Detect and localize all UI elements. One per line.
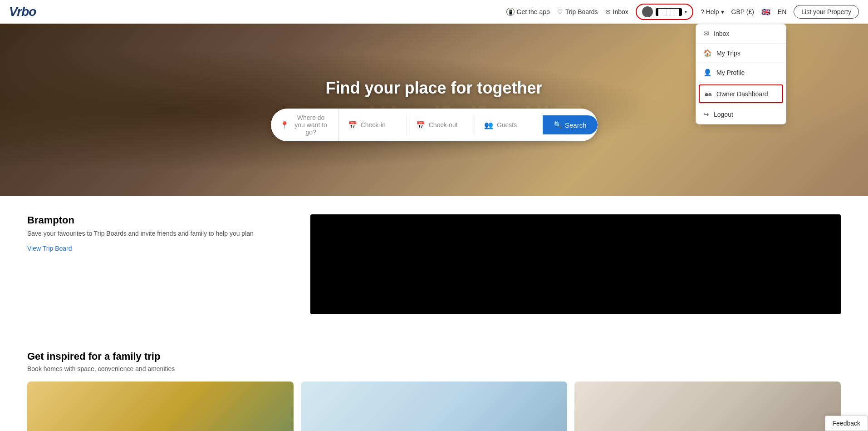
question-icon: ?: [701, 8, 704, 15]
hero-content: Find your place for together 📍 Where do …: [271, 79, 598, 141]
logout-icon: ↪: [703, 110, 709, 119]
brampton-title: Brampton: [27, 214, 292, 226]
dropdown-inbox-label: Inbox: [714, 30, 729, 37]
help-button[interactable]: ? Help ▾: [701, 8, 724, 15]
brampton-description: Save your favourites to Trip Boards and …: [27, 230, 292, 237]
search-button[interactable]: 🔍 Search: [543, 115, 598, 134]
dropdown-owner-dashboard-label: Owner Dashboard: [716, 90, 768, 98]
logo[interactable]: Vrbo: [9, 5, 36, 19]
get-app-label: Get the app: [517, 8, 550, 15]
trips-icon: 🏠: [703, 49, 712, 57]
avatar: [642, 6, 653, 17]
dropdown-logout[interactable]: ↪ Logout: [696, 105, 786, 124]
trip-boards-label: Trip Boards: [565, 8, 598, 15]
list-property-button[interactable]: List your Property: [794, 5, 859, 19]
profile-dropdown: ✉ Inbox 🏠 My Trips 👤 My Profile 🏘 Owner …: [696, 24, 786, 124]
checkin-field[interactable]: 📅 Check-in: [339, 115, 407, 135]
property-card-2[interactable]: [301, 381, 567, 431]
dropdown-my-profile[interactable]: 👤 My Profile: [696, 63, 786, 83]
profile-button[interactable]: █████ ▾: [636, 4, 693, 20]
family-description: Book homes with space, convenience and a…: [27, 365, 841, 372]
trip-boards-link[interactable]: ♡ Trip Boards: [557, 8, 598, 15]
location-icon: 📍: [280, 121, 289, 129]
dropdown-inbox[interactable]: ✉ Inbox: [696, 24, 786, 44]
header: Vrbo 📱 Get the app ♡ Trip Boards ✉ Inbox…: [0, 0, 868, 24]
dropdown-my-trips-label: My Trips: [716, 50, 740, 57]
family-title: Get inspired for a family trip: [27, 351, 841, 362]
chevron-down-icon: ▾: [685, 10, 687, 15]
checkout-placeholder: Check-out: [429, 121, 458, 129]
guests-icon: 👥: [484, 121, 493, 129]
property-card-3[interactable]: [574, 381, 841, 431]
get-app-link[interactable]: 📱 Get the app: [506, 8, 550, 16]
header-nav: 📱 Get the app ♡ Trip Boards ✉ Inbox ████…: [506, 4, 859, 20]
inbox-dropdown-icon: ✉: [703, 30, 709, 38]
dropdown-my-profile-label: My Profile: [716, 69, 745, 76]
dropdown-logout-label: Logout: [714, 111, 733, 118]
currency-button[interactable]: GBP (£): [731, 8, 754, 15]
location-field[interactable]: 📍 Where do you want to go?: [271, 109, 339, 141]
family-section: Get inspired for a family trip Book home…: [0, 332, 868, 431]
search-bar: 📍 Where do you want to go? 📅 Check-in 📅 …: [271, 109, 598, 141]
heart-icon: ♡: [557, 8, 563, 15]
brampton-text: Brampton Save your favourites to Trip Bo…: [27, 214, 292, 253]
profile-name: █████: [656, 8, 682, 16]
guests-field[interactable]: 👥 Guests: [475, 115, 543, 135]
help-chevron-icon: ▾: [721, 8, 724, 15]
view-trip-board-link[interactable]: View Trip Board: [27, 245, 72, 252]
mobile-icon: 📱: [506, 8, 515, 16]
property-cards: [27, 381, 841, 431]
checkin-placeholder: Check-in: [361, 121, 386, 129]
help-label: Help: [706, 8, 719, 15]
search-icon: 🔍: [554, 121, 562, 129]
calendar-checkout-icon: 📅: [416, 121, 425, 129]
inbox-label: Inbox: [613, 8, 628, 15]
dropdown-my-trips[interactable]: 🏠 My Trips: [696, 44, 786, 63]
language-label: EN: [778, 8, 786, 15]
hero-title: Find your place for together: [271, 79, 598, 98]
search-btn-label: Search: [565, 121, 587, 129]
flag-icon: 🇬🇧: [761, 8, 770, 16]
calendar-checkin-icon: 📅: [348, 121, 357, 129]
location-placeholder: Where do you want to go?: [293, 114, 329, 136]
inbox-link[interactable]: ✉ Inbox: [605, 8, 628, 15]
checkout-field[interactable]: 📅 Check-out: [407, 115, 475, 135]
feedback-button[interactable]: Feedback: [825, 416, 868, 431]
brampton-image: [310, 214, 841, 314]
brampton-section: Brampton Save your favourites to Trip Bo…: [0, 196, 868, 332]
profile-icon: 👤: [703, 69, 712, 77]
guests-placeholder: Guests: [497, 121, 517, 129]
property-card-1[interactable]: [27, 381, 294, 431]
dashboard-icon: 🏘: [705, 90, 712, 98]
envelope-icon: ✉: [605, 8, 611, 15]
dropdown-owner-dashboard[interactable]: 🏘 Owner Dashboard: [699, 84, 783, 103]
